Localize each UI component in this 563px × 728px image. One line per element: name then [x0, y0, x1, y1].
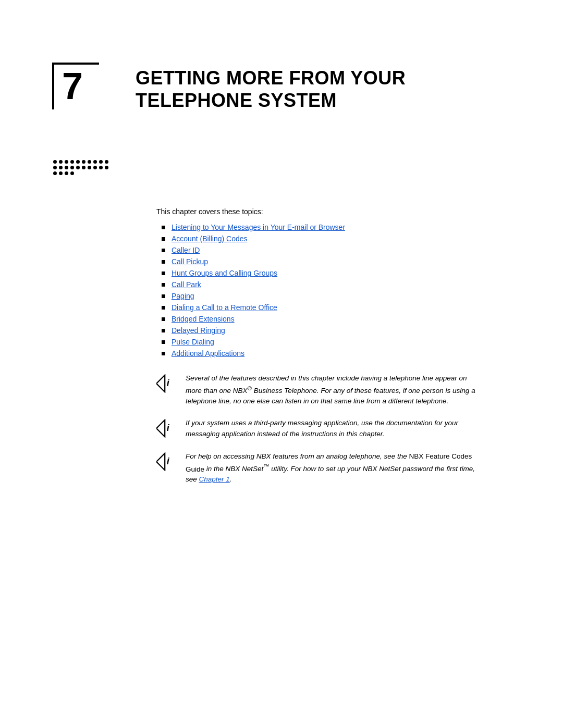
topic-link-3[interactable]: Caller ID	[172, 246, 200, 254]
dot	[105, 166, 108, 169]
topic-link-10[interactable]: Delayed Ringing	[172, 326, 225, 335]
page: 7	[0, 0, 563, 728]
note-icon-2: i	[156, 419, 177, 440]
dot	[93, 166, 97, 169]
chapter-number-box: 7	[52, 63, 120, 176]
list-item: Pulse Dialing	[162, 338, 485, 346]
svg-marker-2	[156, 420, 165, 437]
svg-text:i: i	[167, 378, 170, 388]
bullet-icon	[162, 294, 165, 298]
bullet-icon	[162, 329, 165, 332]
dot	[82, 160, 85, 164]
chapter-bracket: 7	[52, 63, 99, 109]
dot	[65, 171, 68, 175]
note-text-2: If your system uses a third-party messag…	[186, 418, 485, 439]
topic-link-2[interactable]: Account (Billing) Codes	[172, 235, 248, 243]
topic-link-11[interactable]: Pulse Dialing	[172, 338, 214, 346]
svg-marker-4	[156, 453, 165, 470]
bullet-icon	[162, 283, 165, 287]
note-item-2: i If your system uses a third-party mess…	[156, 418, 485, 440]
dot	[76, 160, 80, 164]
chapter-header: 7	[52, 63, 511, 176]
bullet-icon	[162, 317, 165, 321]
intro-section: This chapter covers these topics: Listen…	[156, 207, 485, 357]
chapter-dots	[52, 159, 109, 176]
dot	[53, 160, 57, 164]
topic-list: Listening to Your Messages in Your E-mai…	[162, 223, 485, 357]
topic-link-6[interactable]: Call Park	[172, 280, 201, 289]
bullet-icon	[162, 249, 165, 252]
dot	[99, 166, 103, 169]
dot	[59, 166, 63, 169]
topic-link-4[interactable]: Call Pickup	[172, 257, 208, 266]
list-item: Delayed Ringing	[162, 326, 485, 335]
dot	[70, 160, 74, 164]
chapter1-link[interactable]: Chapter 1	[199, 475, 230, 483]
dot	[59, 160, 63, 164]
list-item: Listening to Your Messages in Your E-mai…	[162, 223, 485, 231]
bullet-icon	[162, 260, 165, 264]
dot	[82, 166, 85, 169]
topic-link-5[interactable]: Hunt Groups and Calling Groups	[172, 269, 277, 277]
chapter-title-line2: Telephone System	[136, 89, 406, 112]
dot	[76, 166, 80, 169]
bullet-icon	[162, 226, 165, 229]
list-item: Call Pickup	[162, 257, 485, 266]
topic-link-1[interactable]: Listening to Your Messages in Your E-mai…	[172, 223, 345, 231]
note-text-3: For help on accessing NBX features from …	[186, 451, 485, 485]
bullet-icon	[162, 352, 165, 355]
chapter-title-line1: Getting More from Your	[136, 67, 406, 89]
dot	[88, 166, 91, 169]
dot	[70, 171, 74, 175]
chapter-title: Getting More from Your Telephone System	[136, 67, 406, 112]
list-item: Call Park	[162, 280, 485, 289]
list-item: Dialing a Call to a Remote Office	[162, 303, 485, 312]
topic-link-7[interactable]: Paging	[172, 292, 194, 300]
note-item-3: i For help on accessing NBX features fro…	[156, 451, 485, 485]
topic-link-9[interactable]: Bridged Extensions	[172, 315, 235, 323]
note-item-1: i Several of the features described in t…	[156, 373, 485, 406]
list-item: Hunt Groups and Calling Groups	[162, 269, 485, 277]
chapter-number: 7	[62, 67, 83, 105]
svg-marker-0	[156, 375, 165, 392]
dot	[53, 166, 57, 169]
dot	[70, 166, 74, 169]
dot	[99, 160, 103, 164]
list-item: Additional Applications	[162, 349, 485, 357]
note-icon-1: i	[156, 374, 177, 395]
dot	[93, 160, 97, 164]
dot	[59, 171, 63, 175]
list-item: Account (Billing) Codes	[162, 235, 485, 243]
dot	[53, 171, 57, 175]
note-icon-3: i	[156, 452, 177, 473]
dot	[65, 166, 68, 169]
dot	[105, 160, 108, 164]
topics-label: This chapter covers these topics:	[156, 207, 485, 216]
bullet-icon	[162, 340, 165, 344]
bullet-icon	[162, 272, 165, 275]
list-item: Caller ID	[162, 246, 485, 254]
topic-link-8[interactable]: Dialing a Call to a Remote Office	[172, 303, 277, 312]
bullet-icon	[162, 306, 165, 310]
dot	[88, 160, 91, 164]
topic-link-12[interactable]: Additional Applications	[172, 349, 244, 357]
dot	[65, 160, 68, 164]
svg-text:i: i	[167, 423, 170, 434]
svg-text:i: i	[167, 456, 170, 467]
notes-section: i Several of the features described in t…	[156, 373, 485, 485]
list-item: Bridged Extensions	[162, 315, 485, 323]
list-item: Paging	[162, 292, 485, 300]
chapter-title-block: Getting More from Your Telephone System	[136, 63, 406, 112]
note-text-1: Several of the features described in thi…	[186, 373, 485, 406]
bullet-icon	[162, 237, 165, 241]
